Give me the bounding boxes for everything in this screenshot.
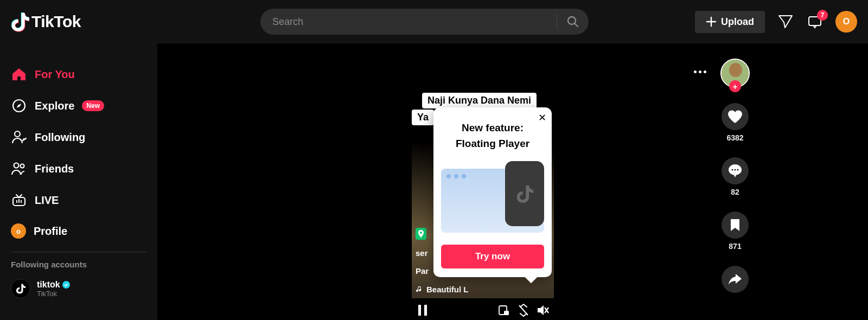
inbox-button[interactable]: 7	[806, 13, 824, 30]
friends-icon	[11, 161, 27, 177]
svg-point-6	[21, 164, 24, 168]
upload-label: Upload	[721, 16, 754, 28]
plus-icon	[706, 16, 717, 27]
tiktok-note-icon	[11, 11, 29, 32]
nav-label: Friends	[35, 163, 74, 175]
popup-illustration	[441, 161, 544, 235]
nav-profile[interactable]: o Profile	[5, 216, 152, 246]
save-count: 871	[729, 242, 741, 251]
svg-rect-10	[21, 200, 22, 203]
svg-rect-12	[424, 305, 427, 316]
comment-icon	[728, 164, 742, 178]
top-header: TikTok Upload 7 O	[0, 0, 868, 43]
following-account-item[interactable]: tiktok TikTok	[5, 274, 152, 303]
svg-rect-14	[504, 311, 509, 315]
like-count: 6382	[726, 133, 743, 142]
popup-title: New feature: Floating Player	[441, 120, 544, 151]
mute-button[interactable]	[535, 303, 551, 318]
avatar-initial: O	[843, 17, 850, 27]
new-pill: New	[82, 100, 104, 111]
video-music-row[interactable]: Beautiful L	[416, 285, 469, 294]
nav-following[interactable]: Following	[5, 121, 152, 153]
upload-button[interactable]: Upload	[695, 11, 765, 33]
nav-label: Explore	[35, 100, 74, 112]
svg-rect-8	[16, 200, 17, 203]
account-username: tiktok	[37, 280, 70, 290]
svg-point-17	[731, 169, 733, 170]
nav-label: LIVE	[35, 194, 59, 207]
comment-button[interactable]	[722, 157, 749, 184]
bookmark-icon	[730, 219, 741, 232]
video-overlay-text: ser	[416, 248, 428, 258]
save-button[interactable]	[722, 212, 749, 239]
video-controls	[412, 300, 554, 320]
share-icon	[728, 273, 742, 285]
tiktok-note-icon	[516, 184, 533, 203]
compass-icon	[11, 98, 27, 114]
search-bar	[260, 9, 589, 35]
following-accounts-header: Following accounts	[5, 260, 152, 274]
search-button[interactable]	[557, 9, 589, 35]
share-button[interactable]	[722, 266, 749, 293]
follow-plus-button[interactable]: +	[729, 80, 741, 92]
tiktok-logo[interactable]: TikTok	[11, 11, 81, 32]
video-overlay-text: Par	[416, 266, 429, 276]
video-action-rail: + 6382 82 871	[719, 59, 751, 293]
search-input[interactable]	[260, 9, 557, 35]
search-icon	[566, 15, 579, 28]
video-caption-line: Ya	[412, 110, 434, 125]
svg-point-18	[734, 169, 736, 170]
svg-line-1	[575, 23, 578, 27]
nav-label: Following	[35, 131, 85, 144]
svg-point-4	[15, 131, 20, 137]
svg-rect-9	[18, 199, 20, 203]
brand-text: TikTok	[31, 12, 81, 31]
profile-avatar-icon: o	[11, 223, 26, 239]
send-icon	[777, 14, 794, 30]
like-button[interactable]	[722, 103, 749, 130]
location-pin-icon	[416, 228, 426, 240]
more-options-button[interactable]	[694, 71, 706, 73]
popup-close-button[interactable]: ✕	[538, 112, 546, 124]
comment-count: 82	[731, 188, 739, 196]
nav-explore[interactable]: Explore New	[5, 90, 152, 121]
nav-live[interactable]: LIVE	[5, 184, 152, 216]
inbox-badge: 7	[817, 10, 828, 21]
floating-player-button[interactable]	[496, 303, 512, 318]
music-note-icon	[416, 286, 423, 293]
nav-label: For You	[35, 68, 75, 81]
nav-for-you[interactable]: For You	[5, 59, 152, 90]
nav-friends[interactable]: Friends	[5, 153, 152, 184]
popup-try-now-button[interactable]: Try now	[441, 245, 544, 268]
svg-point-5	[14, 163, 19, 168]
verified-icon	[62, 281, 70, 289]
heart-icon	[727, 110, 743, 124]
user-avatar[interactable]: O	[835, 11, 857, 33]
video-caption-line: Naji Kunya Dana Nemi	[422, 93, 537, 108]
divider	[11, 252, 146, 252]
following-icon	[11, 129, 27, 145]
auto-scroll-button[interactable]	[516, 303, 531, 318]
account-display-name: TikTok	[37, 290, 70, 298]
video-feed: Naji Kunya Dana Nemi Ya ser Par Beautifu…	[157, 43, 868, 320]
floating-player-popup: ✕ New feature: Floating Player Try now	[433, 107, 552, 277]
account-avatar	[11, 279, 30, 298]
creator-avatar[interactable]: +	[720, 59, 750, 88]
tiktok-note-icon	[16, 283, 25, 294]
svg-rect-11	[418, 305, 421, 316]
live-icon	[11, 192, 27, 208]
home-icon	[11, 66, 27, 82]
sidebar: For You Explore New Following Friends LI…	[0, 43, 157, 320]
svg-point-19	[737, 169, 738, 170]
nav-label: Profile	[34, 225, 67, 238]
pause-button[interactable]	[415, 303, 430, 318]
header-actions: Upload 7 O	[695, 11, 857, 33]
messages-button[interactable]	[777, 13, 794, 30]
